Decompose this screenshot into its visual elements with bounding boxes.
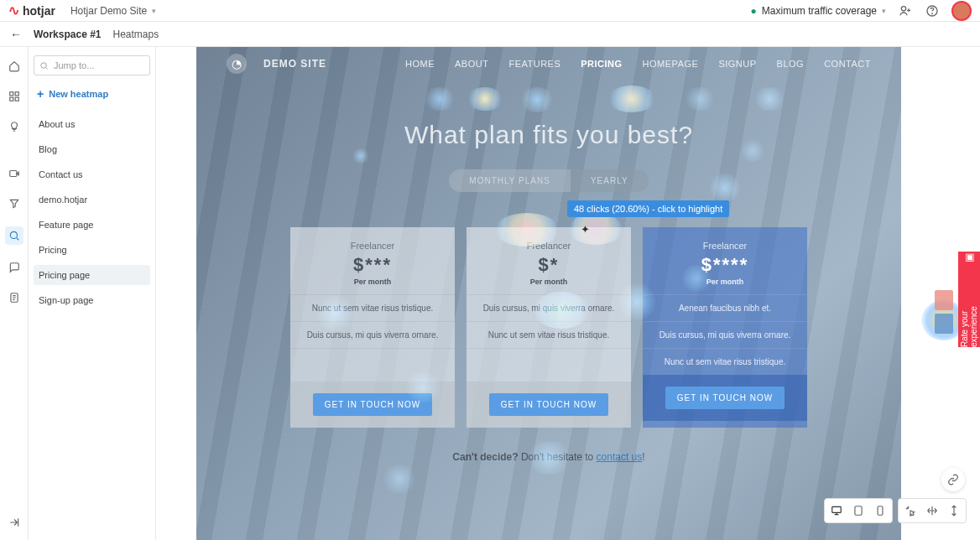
- site-logo-icon: ◔: [227, 54, 247, 74]
- cta-button[interactable]: GET IN TOUCH NOW: [665, 387, 785, 409]
- heatmap-item[interactable]: Feature page: [34, 215, 150, 235]
- widget-screenshot[interactable]: [935, 314, 953, 334]
- mobile-icon[interactable]: [872, 502, 889, 519]
- heatmap-sidebar: Jump to... + New heatmap About usBlogCon…: [29, 47, 156, 540]
- plus-icon: +: [37, 87, 44, 101]
- site-nav-item[interactable]: CONTACT: [824, 59, 871, 69]
- period-label: Per month: [649, 278, 800, 286]
- pricing-card: Freelancer$*Per monthDuis cursus, mi qui…: [467, 227, 631, 428]
- desktop-icon[interactable]: [828, 502, 845, 519]
- breadcrumb-bar: ← Workspace #1 Heatmaps: [0, 22, 980, 47]
- toggle-yearly[interactable]: YEARLY: [571, 169, 649, 192]
- rate-experience-button[interactable]: Rate your experience ▣: [958, 252, 980, 347]
- heatmap-canvas: ◔ DEMO SITE HOMEABOUTFEATURESPRICINGHOME…: [156, 47, 980, 540]
- site-nav: HOMEABOUTFEATURESPRICINGHOMEPAGESIGNUPBL…: [405, 59, 871, 69]
- feature-text: Nunc ut sem vitae risus tristique.: [467, 321, 631, 348]
- traffic-dropdown[interactable]: ● Maximum traffic coverage ▾: [751, 5, 886, 17]
- feature-text: Duis cursus, mi quis viverra ornare.: [643, 321, 807, 348]
- move-icon[interactable]: [924, 502, 941, 519]
- brand-text: hotjar: [23, 4, 55, 18]
- tier-label: Freelancer: [473, 241, 624, 251]
- cta-button[interactable]: GET IN TOUCH NOW: [489, 393, 608, 416]
- feedback-icon[interactable]: [7, 260, 22, 275]
- site-nav-item[interactable]: ABOUT: [455, 59, 488, 69]
- widget-emoji[interactable]: [935, 290, 953, 310]
- pricing-card: Freelancer$***Per monthNunc ut sem vitae…: [290, 227, 455, 428]
- surveys-icon[interactable]: [7, 290, 22, 305]
- traffic-label: Maximum traffic coverage: [762, 5, 877, 17]
- bulb-icon[interactable]: [7, 119, 22, 134]
- breadcrumb-section: Heatmaps: [113, 29, 159, 40]
- add-user-icon[interactable]: [898, 3, 913, 18]
- svg-rect-13: [878, 506, 883, 516]
- site-nav-item[interactable]: HOMEPAGE: [643, 59, 699, 69]
- decide-q: Can't decide?: [452, 451, 518, 463]
- search-input[interactable]: Jump to...: [34, 55, 150, 75]
- chevron-down-icon: ▾: [882, 7, 886, 15]
- site-name: Hotjar Demo Site: [70, 5, 147, 17]
- heatmap-item[interactable]: Pricing: [34, 240, 150, 260]
- feature-text: Duis cursus, mi quis viverra ornare.: [290, 321, 455, 348]
- recordings-icon[interactable]: [7, 166, 22, 181]
- decide-tail: !: [642, 451, 644, 463]
- share-link-button[interactable]: [941, 468, 965, 491]
- click-tooltip[interactable]: 48 clicks (20.60%) - click to highlight: [567, 200, 729, 217]
- heatmap-item[interactable]: Contact us: [34, 164, 150, 184]
- price-label: $*: [473, 254, 624, 276]
- toggle-monthly[interactable]: MONTHLY PLANS: [449, 169, 571, 192]
- price-label: $***: [297, 254, 448, 276]
- site-selector[interactable]: Hotjar Demo Site ▾: [70, 5, 156, 17]
- device-toolbar: [824, 498, 967, 523]
- workspace-name[interactable]: Workspace #1: [34, 29, 102, 40]
- site-nav-item[interactable]: PRICING: [581, 59, 622, 69]
- tablet-icon[interactable]: [850, 502, 867, 519]
- home-icon[interactable]: [7, 59, 22, 74]
- click-icon[interactable]: [902, 502, 919, 519]
- billing-toggle[interactable]: MONTHLY PLANS YEARLY: [449, 169, 648, 192]
- svg-rect-3: [9, 92, 13, 96]
- pricing-cards: Freelancer$***Per monthNunc ut sem vitae…: [196, 227, 901, 428]
- site-title: DEMO SITE: [263, 58, 326, 70]
- feature-text: Aenean faucibus nibh et.: [643, 294, 807, 321]
- rate-label: Rate your experience: [960, 268, 978, 347]
- heatmaps-icon[interactable]: [5, 226, 23, 245]
- heatmap-item[interactable]: Blog: [34, 139, 150, 159]
- svg-point-0: [901, 6, 905, 10]
- check-circle-icon: ●: [751, 5, 757, 17]
- tier-label: Freelancer: [297, 241, 448, 251]
- site-nav-item[interactable]: BLOG: [777, 59, 805, 69]
- demo-page-preview: ◔ DEMO SITE HOMEABOUTFEATURESPRICINGHOME…: [196, 47, 901, 540]
- search-icon: [39, 61, 49, 70]
- new-heatmap-label: New heatmap: [49, 89, 108, 99]
- back-arrow-icon[interactable]: ←: [10, 28, 22, 41]
- svg-rect-11: [832, 506, 842, 512]
- chevron-down-icon: ▾: [152, 7, 156, 15]
- cta-button[interactable]: GET IN TOUCH NOW: [313, 393, 432, 416]
- flame-icon: ∿: [8, 3, 19, 18]
- feature-text: Nunc ut sem vitae risus tristique.: [290, 294, 455, 321]
- site-nav-item[interactable]: HOME: [405, 59, 435, 69]
- heatmap-item[interactable]: Pricing page: [34, 265, 150, 285]
- collapse-icon[interactable]: [7, 515, 22, 530]
- feature-text: Nunc ut sem vitae risus tristique.: [643, 348, 807, 375]
- period-label: Per month: [473, 278, 624, 286]
- new-heatmap-button[interactable]: + New heatmap: [37, 87, 147, 101]
- heatmap-item[interactable]: demo.hotjar: [34, 190, 150, 210]
- site-nav-item[interactable]: FEATURES: [508, 59, 560, 69]
- decide-text: Can't decide? Don't hesitate to contact …: [196, 451, 901, 463]
- scroll-icon[interactable]: [946, 502, 962, 519]
- dashboard-icon[interactable]: [7, 89, 22, 104]
- brand-logo[interactable]: ∿ hotjar: [8, 3, 55, 18]
- heatmap-item[interactable]: About us: [34, 114, 150, 134]
- contact-link[interactable]: contact us: [597, 451, 643, 463]
- svg-point-8: [10, 231, 17, 238]
- svg-rect-7: [9, 171, 16, 177]
- help-icon[interactable]: [925, 3, 940, 18]
- decide-rest: Don't hesitate to: [519, 451, 597, 463]
- tier-label: Freelancer: [649, 241, 800, 251]
- funnel-icon[interactable]: [7, 196, 22, 211]
- user-avatar[interactable]: [951, 1, 972, 21]
- heatmap-item[interactable]: Sign-up page: [34, 290, 150, 310]
- site-nav-item[interactable]: SIGNUP: [718, 59, 756, 69]
- pricing-card: Freelancer$****Per monthAenean faucibus …: [643, 227, 807, 428]
